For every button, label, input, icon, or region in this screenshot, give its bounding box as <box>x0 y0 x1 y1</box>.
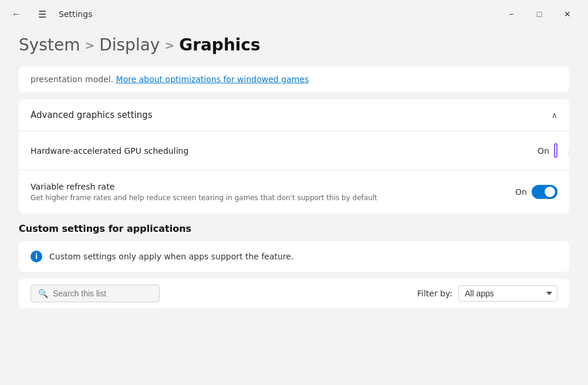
hamburger-button[interactable]: ☰ <box>33 5 52 23</box>
gpu-scheduling-status: On <box>538 146 549 156</box>
filter-row: Filter by: All apps Classic apps Microso… <box>417 285 557 302</box>
breadcrumb-display[interactable]: Display <box>99 35 160 55</box>
window-title: Settings <box>59 9 92 19</box>
chevron-up-icon: ∧ <box>552 110 557 120</box>
variable-refresh-control: On <box>515 185 557 199</box>
search-icon: 🔍 <box>38 289 48 298</box>
breadcrumb: System > Display > Graphics <box>19 28 569 66</box>
variable-refresh-slider <box>532 185 557 199</box>
close-button[interactable]: ✕ <box>554 5 581 23</box>
main-content: System > Display > Graphics presentation… <box>0 28 588 385</box>
minimize-button[interactable]: − <box>498 5 525 23</box>
search-filter-row: 🔍 Filter by: All apps Classic apps Micro… <box>19 279 569 308</box>
variable-refresh-toggle[interactable] <box>532 185 557 199</box>
info-card: i Custom settings only apply when apps s… <box>19 241 569 272</box>
back-button[interactable]: ← <box>7 5 26 23</box>
variable-refresh-text: Variable refresh rate Get higher frame r… <box>31 182 377 202</box>
gpu-scheduling-label: Hardware-accelerated GPU scheduling <box>31 146 538 156</box>
breadcrumb-sep2: > <box>164 38 174 52</box>
title-bar-left: ← ☰ Settings <box>7 5 92 23</box>
top-link-section: presentation model. More about optimizat… <box>19 66 569 92</box>
advanced-section-header[interactable]: Advanced graphics settings ∧ <box>19 99 569 131</box>
advanced-section-title: Advanced graphics settings <box>31 110 153 120</box>
gpu-scheduling-control: On <box>538 143 557 158</box>
custom-settings-section: Custom settings for applications i Custo… <box>19 223 569 308</box>
top-link-anchor[interactable]: More about optimizations for windowed ga… <box>116 75 309 84</box>
gpu-scheduling-toggle-highlight <box>554 143 557 158</box>
search-input[interactable] <box>53 289 152 298</box>
variable-refresh-row: Variable refresh rate Get higher frame r… <box>19 170 569 214</box>
info-text: Custom settings only apply when apps sup… <box>49 252 293 261</box>
breadcrumb-system[interactable]: System <box>19 35 80 55</box>
custom-settings-title: Custom settings for applications <box>19 223 569 234</box>
advanced-graphics-section: Advanced graphics settings ∧ Hardware-ac… <box>19 99 569 214</box>
title-bar-controls: − □ ✕ <box>498 5 581 23</box>
variable-refresh-desc: Get higher frame rates and help reduce s… <box>31 194 377 202</box>
maximize-button[interactable]: □ <box>526 5 553 23</box>
gpu-scheduling-row: Hardware-accelerated GPU scheduling On <box>19 131 569 170</box>
breadcrumb-sep1: > <box>85 38 94 52</box>
variable-refresh-label: Variable refresh rate <box>31 182 377 191</box>
info-icon: i <box>31 251 42 262</box>
filter-select[interactable]: All apps Classic apps Microsoft Store ap… <box>458 285 557 302</box>
filter-label: Filter by: <box>417 289 452 298</box>
top-link-text: presentation model. <box>31 75 113 84</box>
title-bar: ← ☰ Settings − □ ✕ <box>0 0 588 28</box>
variable-refresh-status: On <box>515 187 527 197</box>
search-input-wrapper: 🔍 <box>31 285 160 302</box>
breadcrumb-graphics: Graphics <box>179 35 261 55</box>
